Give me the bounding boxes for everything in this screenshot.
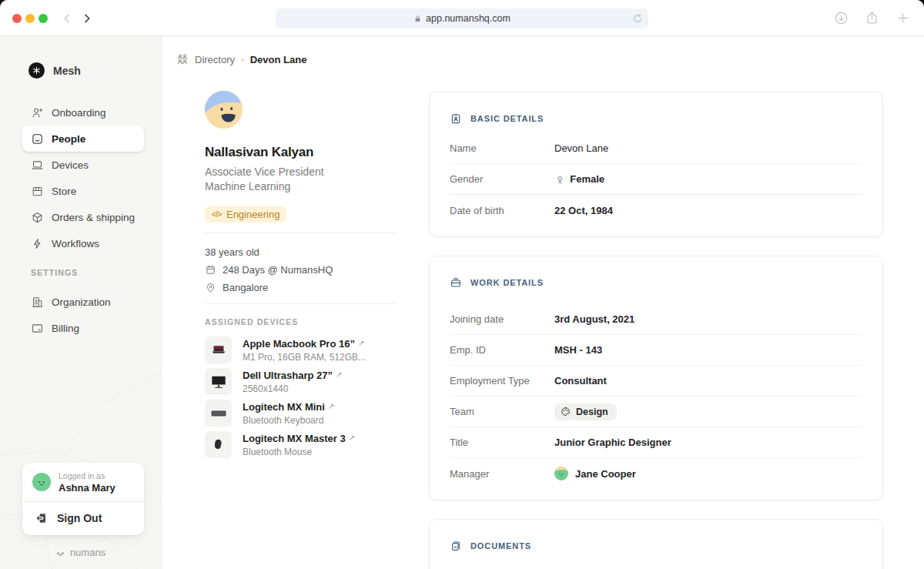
detail-row-team: Team Design [450,397,862,427]
numans-wordmark: numans [70,547,105,558]
breadcrumb-directory[interactable]: Directory [195,54,235,65]
sidebar-item-orders-shipping[interactable]: Orders & shipping [22,204,144,230]
user-avatar [32,473,51,491]
breadcrumb: Directory › Devon Lane [176,53,306,65]
team-pill-design[interactable]: Design [554,403,617,420]
numans-wave-icon [55,547,66,558]
detail-row-emp-id: Emp. ID MSH - 143 [450,335,862,366]
documents-icon [450,540,462,552]
mouse-image [205,431,232,458]
sidebar-item-onboarding[interactable]: Onboarding [22,99,144,126]
url-text: app.numanshq.com [426,13,511,24]
sidebar-item-devices[interactable]: Devices [22,152,144,178]
profile-title: Associate Vice President Machine Learnin… [205,165,396,193]
external-link-icon: ↗ [336,370,342,379]
sidebar-item-label: People [52,133,85,145]
laptop-icon [31,159,44,172]
documents-title: DOCUMENTS [470,541,531,551]
device-item-keyboard[interactable]: Logitech MX Mini↗ Bluetooth Keyboard [205,400,396,427]
manager-name[interactable]: Jane Cooper [575,468,636,480]
sidebar-item-organization[interactable]: Organization [22,289,144,315]
reload-icon[interactable] [632,13,643,24]
basic-details-title: BASIC DETAILS [470,114,544,123]
back-icon[interactable] [61,12,73,25]
sidebar-item-label: Billing [52,323,79,334]
work-details-title: WORK DETAILS [470,278,544,287]
detail-row-employment-type: Employment Type Consultant [450,366,862,397]
brand-name: Mesh [53,65,81,77]
lock-icon [413,14,422,24]
share-icon[interactable] [865,11,879,25]
sign-out-label: Sign Out [57,512,102,524]
maximize-window-button[interactable] [38,14,48,23]
device-item-monitor[interactable]: Dell Ultrasharp 27”↗ 2560x1440 [205,368,396,395]
url-bar[interactable]: app.numanshq.com [276,8,648,28]
detail-row-dob: Date of birth 22 Oct, 1984 [450,195,862,226]
logged-in-user-card: Logged in as Ashna Mary Sign Out [22,463,144,535]
code-icon: </> [212,210,222,219]
external-link-icon: ↗ [349,433,355,442]
monitor-image [205,368,232,395]
profile-summary: Nallasivan Kalyan Associate Vice Preside… [205,91,396,463]
profile-avatar [205,91,243,129]
device-item-mouse[interactable]: Logitech MX Master 3↗ Bluetooth Mouse [205,431,396,458]
sign-out-icon [35,512,48,524]
profile-tenure: 248 Days @ NumansHQ [205,261,396,279]
manager-avatar [554,467,568,480]
palette-icon [561,407,571,417]
mesh-logo [28,62,45,79]
breadcrumb-separator: › [241,55,244,64]
sidebar-item-billing[interactable]: Billing [22,315,144,341]
work-details-card: WORK DETAILS Joining date 3rd August, 20… [429,256,883,500]
new-tab-icon[interactable] [896,11,910,25]
browser-window: app.numanshq.com Mesh [0,0,924,569]
credit-card-icon [31,322,44,335]
settings-section-header: SETTINGS [31,268,161,277]
sidebar-item-label: Organization [52,296,111,308]
sidebar: Mesh Onboarding People Devices Store [0,36,162,569]
browser-chrome: app.numanshq.com [0,0,924,36]
detail-row-joining-date: Joining date 3rd August, 2021 [450,304,862,335]
building-icon [31,296,44,309]
profile-location: Bangalore [205,279,396,296]
macbook-image [205,336,232,363]
sign-out-button[interactable]: Sign Out [22,502,144,534]
external-link-icon: ↗ [328,402,334,410]
person-add-icon [31,106,44,119]
profile-name: Nallasivan Kalyan [205,145,396,160]
assigned-devices-header: ASSIGNED DEVICES [205,317,396,326]
keyboard-image [205,400,232,427]
smiley-icon [31,132,44,146]
team-tag-engineering[interactable]: </> Engineering [205,206,286,223]
forward-icon[interactable] [81,12,93,25]
storefront-icon [31,185,44,198]
profile-age: 38 years old [205,243,396,261]
sidebar-item-people[interactable]: People [22,126,144,152]
sidebar-item-label: Orders & shipping [52,212,135,223]
traffic-lights [12,14,48,23]
downloads-icon[interactable] [834,11,849,25]
detail-row-manager: Manager Jane Cooper [450,458,862,489]
location-pin-icon [205,282,216,293]
main-content: Directory › Devon Lane Nallasivan Kalyan [162,36,924,569]
sidebar-item-label: Onboarding [52,107,106,119]
sidebar-item-store[interactable]: Store [22,178,144,204]
device-item-macbook[interactable]: Apple Macbook Pro 16”↗ M1 Pro, 16GB RAM,… [205,336,396,363]
close-window-button[interactable] [12,14,22,23]
female-icon: ♀ [554,172,565,187]
breadcrumb-current: Devon Lane [250,54,307,65]
sidebar-item-label: Workflows [52,238,99,249]
directory-users-icon [176,53,189,65]
briefcase-icon [450,276,462,289]
documents-card: DOCUMENTS [429,519,883,569]
detail-row-gender: Gender ♀Female [450,164,862,195]
logged-in-as-label: Logged in as [59,471,116,480]
basic-details-card: BASIC DETAILS Name Devon Lane Gender ♀Fe… [429,92,883,237]
detail-row-title: Title Junior Graphic Designer [450,427,862,458]
sidebar-item-label: Store [52,186,76,197]
sidebar-item-label: Devices [52,159,89,171]
sidebar-item-workflows[interactable]: Workflows [22,230,144,256]
minimize-window-button[interactable] [25,14,35,23]
logged-in-user-name: Ashna Mary [59,482,116,494]
detail-row-name: Name Devon Lane [450,133,862,164]
